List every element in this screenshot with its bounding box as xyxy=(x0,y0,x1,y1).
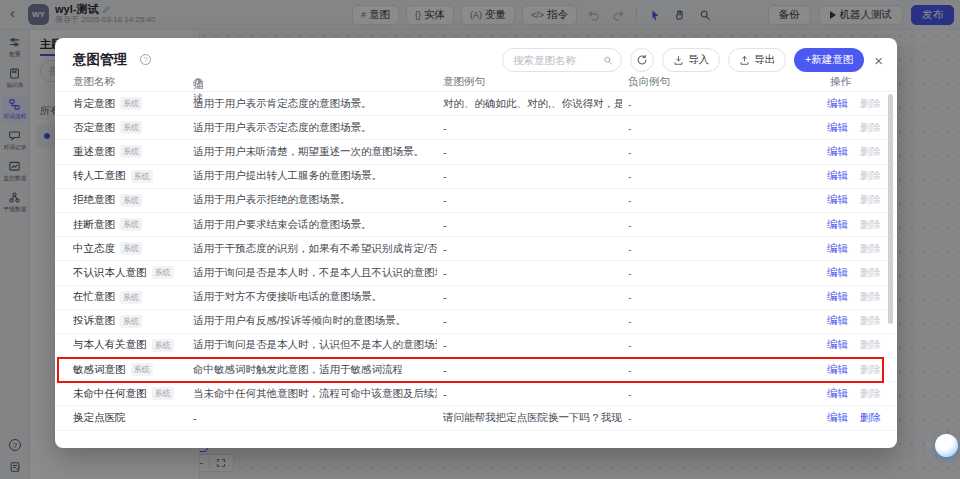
intent-name: 未命中任何意图 xyxy=(73,387,147,401)
delete-link[interactable]: 删除 xyxy=(860,411,881,425)
edit-link[interactable]: 编辑 xyxy=(827,242,848,256)
delete-link[interactable]: 删除 xyxy=(860,97,881,111)
negative-examples: - xyxy=(628,243,820,255)
intent-description: 适用于用户有反感/投诉等倾向时的意图场景。 xyxy=(193,314,437,328)
table-header: 意图名称 描述? 意图例句 负向例句 操作 xyxy=(55,72,897,92)
intent-description: 适用于用户未听清楚，期望重述一次的意图场景。 xyxy=(193,145,437,159)
edit-link[interactable]: 编辑 xyxy=(827,97,848,111)
assistant-mascot-icon[interactable] xyxy=(935,434,958,457)
col-examples: 意图例句 xyxy=(443,75,485,89)
table-row: 敏感词意图 系统 命中敏感词时触发此意图，适用于敏感词流程 - - 编辑 删除 xyxy=(55,358,897,382)
intent-examples: - xyxy=(443,339,622,351)
edit-link[interactable]: 编辑 xyxy=(827,169,848,183)
intent-examples: - xyxy=(443,243,622,255)
intent-name: 与本人有关意图 xyxy=(73,338,147,352)
edit-link[interactable]: 编辑 xyxy=(827,411,848,425)
system-badge: 系统 xyxy=(120,218,142,231)
search-icon[interactable] xyxy=(603,55,613,66)
delete-link[interactable]: 删除 xyxy=(860,193,881,207)
system-badge: 系统 xyxy=(152,387,174,400)
intent-name: 换定点医院 xyxy=(73,411,126,425)
modal-header-controls: 导入 导出 +新建意图 × xyxy=(502,48,883,72)
intent-name: 拒绝意图 xyxy=(73,193,115,207)
negative-examples: - xyxy=(628,219,820,231)
intent-description: 适用于用户要求结束会话的意图场景。 xyxy=(193,218,437,232)
table-row: 不认识本人意图 系统 适用于询问是否是本人时，不是本人且不认识的意图场景。 - … xyxy=(55,261,897,285)
system-badge: 系统 xyxy=(152,339,174,352)
import-button[interactable]: 导入 xyxy=(662,48,720,72)
intent-description: 适用于用户表示肯定态度的意图场景。 xyxy=(193,97,437,111)
edit-link[interactable]: 编辑 xyxy=(827,387,848,401)
delete-link[interactable]: 删除 xyxy=(860,218,881,232)
delete-link[interactable]: 删除 xyxy=(860,387,881,401)
new-intent-button[interactable]: +新建意图 xyxy=(794,48,864,72)
delete-link[interactable]: 删除 xyxy=(860,314,881,328)
intent-name: 在忙意图 xyxy=(73,290,115,304)
intent-description: 适用于询问是否是本人时，认识但不是本人的意图场景。 xyxy=(193,338,437,352)
intent-name: 投诉意图 xyxy=(73,314,115,328)
edit-link[interactable]: 编辑 xyxy=(827,338,848,352)
system-badge: 系统 xyxy=(120,145,142,158)
edit-link[interactable]: 编辑 xyxy=(827,193,848,207)
delete-link[interactable]: 删除 xyxy=(860,266,881,280)
delete-link[interactable]: 删除 xyxy=(860,338,881,352)
delete-link[interactable]: 删除 xyxy=(860,290,881,304)
modal-scrollbar[interactable] xyxy=(888,94,893,324)
negative-examples: - xyxy=(628,388,820,400)
intent-description: 适用于干预态度的识别，如果有不希望识别成肯定/否定态度的用户表述，... xyxy=(193,242,437,256)
table-row: 换定点医院 - 请问能帮我把定点医院换一下吗？我现在需要更改,、定点医院换一家.… xyxy=(55,406,897,430)
negative-examples: - xyxy=(628,315,820,327)
delete-link[interactable]: 删除 xyxy=(860,169,881,183)
intent-name: 不认识本人意图 xyxy=(73,266,147,280)
edit-link[interactable]: 编辑 xyxy=(827,266,848,280)
refresh-button[interactable] xyxy=(630,48,654,72)
close-icon[interactable]: × xyxy=(874,53,883,68)
negative-examples: - xyxy=(628,291,820,303)
intent-name: 中立态度 xyxy=(73,242,115,256)
delete-link[interactable]: 删除 xyxy=(860,145,881,159)
edit-link[interactable]: 编辑 xyxy=(827,121,848,135)
intent-description: 适用于对方不方便接听电话的意图场景。 xyxy=(193,290,437,304)
intent-examples: - xyxy=(443,146,622,158)
negative-examples: - xyxy=(628,412,820,424)
intent-examples: - xyxy=(443,194,622,206)
system-badge: 系统 xyxy=(120,121,142,134)
negative-examples: - xyxy=(628,170,820,182)
delete-link[interactable]: 删除 xyxy=(860,363,881,377)
modal-help-icon[interactable]: ? xyxy=(140,54,151,65)
table-row: 拒绝意图 系统 适用于用户表示拒绝的意图场景。 - - 编辑 删除 xyxy=(55,189,897,213)
delete-link[interactable]: 删除 xyxy=(860,242,881,256)
system-badge: 系统 xyxy=(120,194,142,207)
intent-table-body: 肯定意图 系统 适用于用户表示肯定态度的意图场景。 对的、的确如此、对的,、你说… xyxy=(55,92,897,431)
negative-examples: - xyxy=(628,267,820,279)
export-button[interactable]: 导出 xyxy=(728,48,786,72)
intent-name: 敏感词意图 xyxy=(73,363,126,377)
col-actions: 操作 xyxy=(830,75,851,89)
negative-examples: - xyxy=(628,364,820,376)
search-intent-input[interactable] xyxy=(511,53,599,67)
intent-name: 转人工意图 xyxy=(73,169,126,183)
negative-examples: - xyxy=(628,194,820,206)
description-help-icon[interactable]: ? xyxy=(193,78,203,88)
edit-link[interactable]: 编辑 xyxy=(827,218,848,232)
intent-description: 适用于询问是否是本人时，不是本人且不认识的意图场景。 xyxy=(193,266,437,280)
system-badge: 系统 xyxy=(120,315,142,328)
intent-description: 适用于用户表示否定态度的意图场景。 xyxy=(193,121,437,135)
edit-link[interactable]: 编辑 xyxy=(827,314,848,328)
table-row: 与本人有关意图 系统 适用于询问是否是本人时，认识但不是本人的意图场景。 - -… xyxy=(55,334,897,358)
edit-link[interactable]: 编辑 xyxy=(827,290,848,304)
system-badge: 系统 xyxy=(120,242,142,255)
intent-examples: 对的、的确如此、对的,、你说得对，是的,、就是这个、没错、就是这... xyxy=(443,97,622,111)
intent-name: 挂断意图 xyxy=(73,218,115,232)
table-row: 中立态度 系统 适用于干预态度的识别，如果有不希望识别成肯定/否定态度的用户表述… xyxy=(55,237,897,261)
edit-link[interactable]: 编辑 xyxy=(827,363,848,377)
table-row: 在忙意图 系统 适用于对方不方便接听电话的意图场景。 - - 编辑 删除 xyxy=(55,286,897,310)
intent-search-box xyxy=(502,48,622,72)
intent-examples: - xyxy=(443,364,622,376)
intent-examples: - xyxy=(443,267,622,279)
delete-link[interactable]: 删除 xyxy=(860,121,881,135)
edit-link[interactable]: 编辑 xyxy=(827,145,848,159)
table-row: 未命中任何意图 系统 当未命中任何其他意图时，流程可命中该意图及后续流程 - -… xyxy=(55,382,897,406)
table-row: 投诉意图 系统 适用于用户有反感/投诉等倾向时的意图场景。 - - 编辑 删除 xyxy=(55,310,897,334)
intent-name: 肯定意图 xyxy=(73,97,115,111)
